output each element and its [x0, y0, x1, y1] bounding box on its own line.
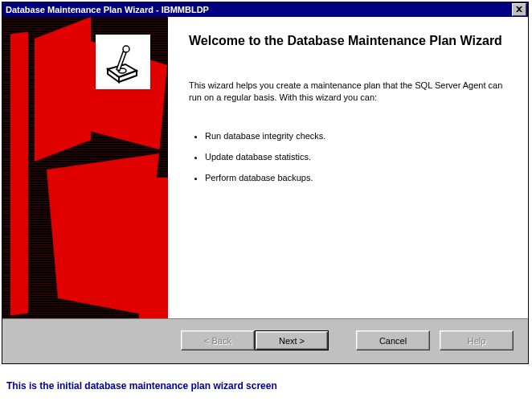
wizard-content: Welcome to the Database Maintenance Plan…	[168, 17, 528, 318]
wizard-button-bar: < Back Next > Cancel Help	[2, 318, 528, 363]
wizard-window: Database Maintenance Plan Wizard - IBMMB…	[2, 2, 529, 364]
svg-point-5	[123, 46, 129, 52]
back-button: < Back	[181, 330, 255, 350]
window-title: Database Maintenance Plan Wizard - IBMMB…	[6, 5, 209, 14]
wizard-icon	[96, 35, 150, 89]
help-button: Help	[440, 330, 514, 350]
wizard-heading: Welcome to the Database Maintenance Plan…	[189, 33, 510, 49]
figure-caption: This is the initial database maintenance…	[0, 366, 532, 400]
wizard-intro: This wizard helps you create a maintenan…	[189, 80, 510, 104]
wizard-sidebar-graphic	[2, 17, 168, 318]
next-button[interactable]: Next >	[255, 330, 329, 350]
list-item: Update database statistics.	[205, 152, 510, 162]
wizard-feature-list: Run database integrity checks. Update da…	[189, 131, 510, 182]
cancel-button[interactable]: Cancel	[356, 330, 430, 350]
close-button[interactable]	[512, 3, 526, 16]
list-item: Perform database backups.	[205, 173, 510, 182]
list-item: Run database integrity checks.	[205, 131, 510, 141]
close-icon	[516, 6, 522, 14]
titlebar: Database Maintenance Plan Wizard - IBMMB…	[2, 2, 528, 17]
wizard-body: Welcome to the Database Maintenance Plan…	[2, 17, 528, 318]
